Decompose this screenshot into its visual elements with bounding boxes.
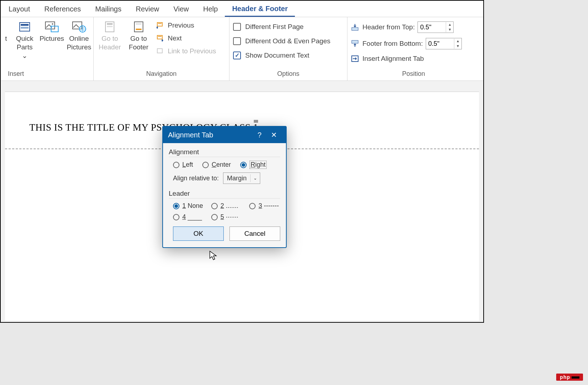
leader-3-radio[interactable]: 3 ------- [249, 202, 280, 210]
leader-5-radio[interactable]: 5 ······· [211, 213, 242, 221]
svg-point-4 [52, 23, 53, 25]
svg-rect-16 [157, 35, 162, 39]
radio-icon [202, 162, 209, 168]
tab-header-footer[interactable]: Header & Footer [225, 1, 295, 17]
group-navigation: Go to Header Go to Footer Previous [94, 17, 229, 81]
tab-help[interactable]: Help [196, 1, 225, 16]
radio-icon [240, 162, 247, 168]
svg-rect-2 [21, 27, 29, 29]
svg-rect-12 [136, 23, 142, 25]
radio-icon [249, 203, 256, 209]
align-relative-select[interactable]: Margin ⌄ [223, 172, 260, 184]
dialog-close-button[interactable]: ✕ [267, 131, 281, 139]
chevron-down-icon[interactable]: ⌄ [250, 174, 260, 182]
tab-references[interactable]: References [37, 1, 88, 16]
leader-section-title: Leader [169, 190, 280, 199]
align-right-label: Right [249, 161, 267, 169]
leader-4-radio[interactable]: 4 ____ [173, 213, 204, 221]
radio-icon [173, 203, 179, 209]
tab-strip: Layout References Mailings Review View H… [1, 1, 483, 17]
tab-review[interactable]: Review [129, 1, 167, 16]
goto-footer-label1: Go to [130, 34, 147, 43]
different-first-page-label: Different First Page [245, 23, 303, 31]
leader-2-radio[interactable]: 2 ....... [211, 202, 242, 210]
alignment-section-title: Alignment [169, 148, 280, 157]
cancel-button[interactable]: Cancel [229, 226, 280, 241]
next-label: Next [168, 34, 182, 42]
dialog-help-button[interactable]: ? [252, 131, 267, 139]
next-button[interactable]: Next [153, 32, 219, 44]
footer-from-bottom-label: Footer from Bottom: [362, 40, 423, 48]
header-from-top-spin[interactable]: ▲▼ [417, 21, 454, 33]
goto-footer-button[interactable]: Go to Footer [126, 19, 151, 52]
align-right-radio[interactable]: Right [240, 161, 267, 169]
previous-button[interactable]: Previous [153, 19, 219, 31]
svg-rect-18 [157, 49, 162, 53]
link-previous-icon [156, 48, 164, 55]
leader-2-label: 2 ....... [221, 202, 238, 210]
goto-header-button: Go to Header [96, 19, 124, 52]
leader-5-label: 5 ······· [221, 213, 238, 221]
group-navigation-label: Navigation [96, 69, 227, 80]
quick-parts-button[interactable]: Quick Parts ⌄ [12, 19, 37, 60]
svg-rect-19 [352, 28, 358, 30]
online-pictures-icon [72, 21, 86, 33]
quick-parts-label1: Quick [16, 34, 34, 43]
tab-mailings[interactable]: Mailings [88, 1, 128, 16]
different-odd-even-checkbox[interactable]: Different Odd & Even Pages [232, 35, 332, 47]
align-center-label: Center [212, 161, 231, 169]
align-left-label: Left [182, 161, 193, 169]
align-center-radio[interactable]: Center [202, 161, 231, 169]
dialog-title-text: Alignment Tab [168, 131, 213, 139]
footer-from-bottom-input[interactable] [426, 39, 454, 48]
leader-1-label: 1 None [182, 202, 203, 210]
goto-header-icon [103, 21, 117, 33]
header-from-top-input[interactable] [418, 23, 446, 32]
svg-rect-15 [158, 23, 162, 24]
checkbox-icon [233, 37, 241, 45]
ok-button[interactable]: OK [173, 226, 224, 241]
leader-3-label: 3 ------- [258, 202, 279, 210]
footer-from-bottom-spin[interactable]: ▲▼ [426, 38, 462, 49]
header-top-icon [350, 23, 360, 31]
insert-alignment-tab-label: Insert Alignment Tab [362, 55, 424, 63]
align-relative-label: Align relative to: [173, 175, 219, 182]
pictures-icon [45, 21, 59, 33]
online-pictures-button[interactable]: Online Pictures [66, 19, 92, 52]
online-label1: Online [69, 34, 89, 43]
online-label2: Pictures [67, 43, 92, 52]
link-previous-button: Link to Previous [153, 45, 219, 57]
svg-rect-17 [158, 36, 162, 37]
goto-header-label2: Header [99, 43, 121, 52]
spin-down-icon[interactable]: ▼ [454, 44, 461, 49]
align-relative-value: Margin [223, 174, 250, 183]
dialog-titlebar[interactable]: Alignment Tab ? ✕ [163, 127, 286, 143]
align-left-radio[interactable]: Left [173, 161, 193, 169]
truncated-button[interactable]: t [3, 19, 10, 52]
quick-parts-icon [18, 21, 32, 33]
group-position: Header from Top: ▲▼ Footer from Bottom: [347, 17, 480, 81]
svg-rect-20 [352, 40, 358, 43]
leader-4-label: 4 ____ [182, 213, 202, 221]
leader-1-radio[interactable]: 1 None [173, 202, 204, 210]
header-from-top-label: Header from Top: [362, 23, 415, 31]
tab-layout[interactable]: Layout [1, 1, 37, 16]
spin-up-icon[interactable]: ▲ [454, 39, 461, 44]
insert-alignment-tab-button[interactable]: Insert Alignment Tab [350, 53, 463, 64]
show-document-text-checkbox[interactable]: Show Document Text [232, 49, 332, 62]
checkbox-icon [233, 23, 241, 31]
different-first-page-checkbox[interactable]: Different First Page [232, 21, 332, 33]
tab-view[interactable]: View [166, 1, 196, 16]
spin-down-icon[interactable]: ▼ [446, 27, 453, 32]
different-odd-even-label: Different Odd & Even Pages [245, 37, 330, 45]
quick-parts-label2: Parts ⌄ [15, 43, 34, 60]
footer-from-bottom-row: Footer from Bottom: ▲▼ [350, 36, 463, 51]
svg-rect-1 [21, 24, 29, 26]
radio-icon [173, 214, 179, 220]
svg-rect-13 [136, 29, 142, 30]
goto-footer-icon [132, 21, 146, 33]
pictures-label: Pictures [40, 34, 64, 43]
spin-up-icon[interactable]: ▲ [446, 22, 453, 27]
pictures-button[interactable]: Pictures [39, 19, 64, 52]
insert-alignment-tab-icon [350, 54, 360, 63]
